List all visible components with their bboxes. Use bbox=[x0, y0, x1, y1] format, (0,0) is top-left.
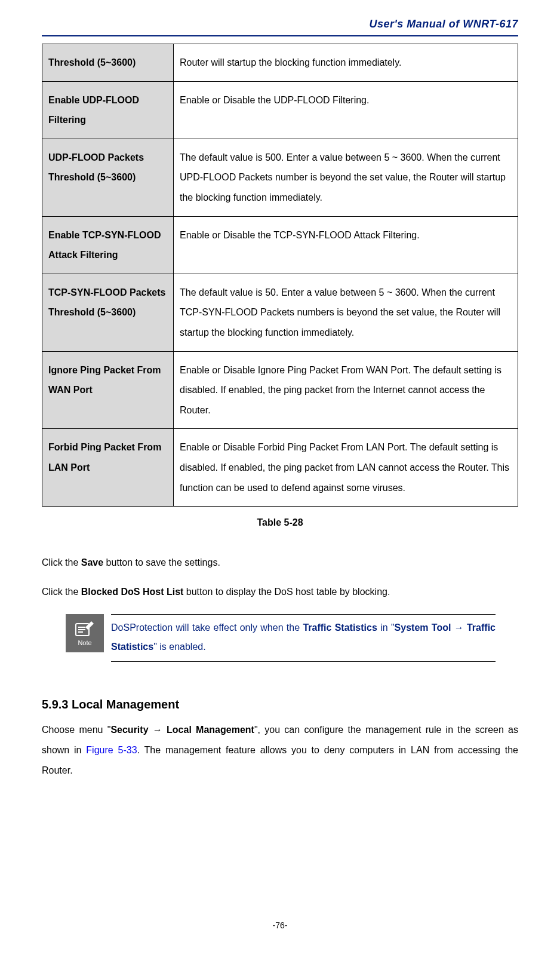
table-desc-cell: The default value is 500. Enter a value … bbox=[174, 139, 518, 216]
note-strong-1: Traffic Statistics bbox=[303, 622, 377, 633]
table-label-cell: UDP-FLOOD Packets Threshold (5~3600) bbox=[42, 139, 174, 216]
save-label: Save bbox=[81, 557, 103, 568]
menu-path: Security → Local Management bbox=[110, 725, 254, 735]
table-desc-cell: Enable or Disable Ignore Ping Packet Fro… bbox=[174, 351, 518, 429]
text-fragment: in " bbox=[377, 622, 395, 633]
table-row: Ignore Ping Packet From WAN Port Enable … bbox=[42, 351, 518, 429]
settings-table: Threshold (5~3600) Router will startup t… bbox=[42, 44, 518, 507]
text-fragment: Click the bbox=[42, 587, 81, 597]
table-label-cell: Threshold (5~3600) bbox=[42, 44, 174, 82]
text-fragment: " is enabled. bbox=[153, 642, 206, 652]
pencil-note-icon bbox=[75, 620, 95, 638]
table-desc-cell: Router will startup the blocking functio… bbox=[174, 44, 518, 82]
text-fragment: Choose menu " bbox=[42, 725, 110, 735]
page-number: -76- bbox=[273, 921, 288, 930]
text-fragment: button to save the settings. bbox=[103, 557, 220, 568]
table-row: Threshold (5~3600) Router will startup t… bbox=[42, 44, 518, 82]
table-caption: Table 5-28 bbox=[42, 517, 518, 528]
note-icon-label: Note bbox=[78, 639, 91, 646]
note-rule-bottom bbox=[111, 661, 496, 662]
table-row: Enable TCP-SYN-FLOOD Attack Filtering En… bbox=[42, 216, 518, 274]
note-text-wrap: DoSProtection will take effect only when… bbox=[104, 614, 496, 662]
document-page: User's Manual of WNRT-617 Threshold (5~3… bbox=[0, 0, 560, 954]
section-body: Choose menu "Security → Local Management… bbox=[42, 720, 518, 780]
note-block: Note DoSProtection will take effect only… bbox=[66, 614, 496, 662]
page-header-title: User's Manual of WNRT-617 bbox=[42, 18, 518, 30]
note-text: DoSProtection will take effect only when… bbox=[111, 618, 496, 657]
instruction-save: Click the Save button to save the settin… bbox=[42, 552, 518, 573]
blocked-list-label: Blocked DoS Host List bbox=[81, 587, 184, 597]
table-label-cell: Enable TCP-SYN-FLOOD Attack Filtering bbox=[42, 216, 174, 274]
text-fragment: button to display the DoS host table by … bbox=[183, 587, 390, 597]
table-desc-cell: The default value is 50. Enter a value b… bbox=[174, 274, 518, 351]
text-fragment: DoSProtection will take effect only when… bbox=[111, 622, 303, 633]
section-heading-local-management: 5.9.3 Local Management bbox=[42, 698, 518, 711]
table-desc-cell: Enable or Disable the UDP-FLOOD Filterin… bbox=[174, 81, 518, 139]
table-label-cell: Forbid Ping Packet From LAN Port bbox=[42, 429, 174, 507]
instruction-blocked-list: Click the Blocked DoS Host List button t… bbox=[42, 581, 518, 602]
table-label-cell: Enable UDP-FLOOD Filtering bbox=[42, 81, 174, 139]
header-rule bbox=[42, 35, 518, 36]
table-row: Enable UDP-FLOOD Filtering Enable or Dis… bbox=[42, 81, 518, 139]
text-fragment: Click the bbox=[42, 557, 81, 568]
page-footer: -76- bbox=[42, 897, 518, 930]
figure-reference: Figure 5-33 bbox=[86, 745, 137, 755]
note-rule-top bbox=[111, 614, 496, 615]
table-label-cell: TCP-SYN-FLOOD Packets Threshold (5~3600) bbox=[42, 274, 174, 351]
table-row: UDP-FLOOD Packets Threshold (5~3600) The… bbox=[42, 139, 518, 216]
table-desc-cell: Enable or Disable the TCP-SYN-FLOOD Atta… bbox=[174, 216, 518, 274]
note-icon: Note bbox=[66, 614, 104, 652]
table-label-cell: Ignore Ping Packet From WAN Port bbox=[42, 351, 174, 429]
table-row: TCP-SYN-FLOOD Packets Threshold (5~3600)… bbox=[42, 274, 518, 351]
table-desc-cell: Enable or Disable Forbid Ping Packet Fro… bbox=[174, 429, 518, 507]
table-row: Forbid Ping Packet From LAN Port Enable … bbox=[42, 429, 518, 507]
